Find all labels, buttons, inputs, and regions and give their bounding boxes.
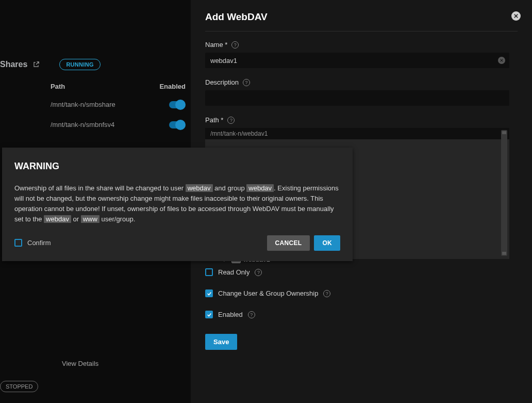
- save-button[interactable]: Save: [205, 334, 237, 350]
- enabled-checkbox[interactable]: [205, 311, 213, 318]
- cancel-button[interactable]: CANCEL: [267, 235, 310, 251]
- clear-icon[interactable]: [498, 57, 505, 64]
- enabled-row[interactable]: Enabled ?: [205, 311, 518, 318]
- shares-label: Shares: [0, 60, 27, 69]
- modal-text: or: [71, 215, 81, 223]
- warning-modal: WARNING Ownership of all files in the sh…: [2, 148, 353, 261]
- enabled-toggle[interactable]: [169, 101, 185, 108]
- modal-text: and group: [213, 184, 247, 192]
- help-icon[interactable]: ?: [243, 79, 250, 86]
- status-stopped-badge: STOPPED: [0, 381, 38, 392]
- shares-header: Shares RUNNING: [0, 59, 101, 70]
- readonly-label: Read Only: [218, 268, 250, 276]
- chown-row[interactable]: Change User & Group Ownership ?: [205, 289, 518, 297]
- row-path: /mnt/tank-n/smbshare: [51, 101, 159, 108]
- code-token: webdav: [186, 184, 213, 192]
- enabled-label: Enabled: [218, 311, 243, 318]
- col-path-header: Path: [51, 83, 149, 90]
- external-link-icon: [32, 61, 40, 68]
- panel-title: Add WebDAV: [205, 11, 518, 23]
- name-input[interactable]: [205, 53, 509, 68]
- readonly-checkbox[interactable]: [205, 268, 213, 276]
- modal-body: Ownership of all files in the share will…: [14, 183, 340, 225]
- modal-text: user/group.: [99, 215, 135, 223]
- help-icon[interactable]: ?: [248, 311, 255, 318]
- name-label: Name *: [205, 41, 227, 49]
- description-input[interactable]: [205, 90, 509, 106]
- shares-table: Path Enabled /mnt/tank-n/smbshare /mnt/t…: [0, 78, 186, 135]
- scrollbar[interactable]: [501, 130, 507, 256]
- chown-label: Change User & Group Ownership: [218, 289, 318, 297]
- help-icon[interactable]: ?: [323, 290, 330, 297]
- confirm-label: Confirm: [27, 239, 51, 247]
- modal-title: WARNING: [14, 161, 340, 172]
- help-icon[interactable]: ?: [255, 269, 262, 276]
- modal-text: Ownership of all files in the share will…: [14, 184, 186, 192]
- table-row[interactable]: /mnt/tank-n/smbnfsv4: [0, 115, 186, 135]
- confirm-checkbox[interactable]: [14, 239, 22, 247]
- col-enabled-header: Enabled: [159, 83, 186, 90]
- table-row[interactable]: /mnt/tank-n/smbshare: [0, 94, 186, 115]
- description-label: Description: [205, 78, 239, 86]
- view-details-link[interactable]: View Details: [62, 360, 98, 367]
- ok-button[interactable]: OK: [314, 235, 340, 251]
- code-token: www: [81, 215, 99, 223]
- code-token: webdav: [44, 215, 71, 223]
- code-token: webdav: [246, 184, 274, 192]
- chown-checkbox[interactable]: [205, 289, 213, 297]
- help-icon[interactable]: ?: [231, 41, 239, 49]
- help-icon[interactable]: ?: [227, 117, 235, 124]
- path-label: Path *: [205, 116, 223, 124]
- form-row-description: Description ?: [205, 78, 518, 106]
- status-running-badge: RUNNING: [59, 59, 100, 70]
- enabled-toggle[interactable]: [169, 121, 185, 128]
- row-path: /mnt/tank-n/smbnfsv4: [51, 121, 159, 128]
- form-row-name: Name * ?: [205, 41, 518, 68]
- readonly-row[interactable]: Read Only ?: [205, 268, 518, 276]
- close-icon[interactable]: [511, 11, 521, 21]
- path-input[interactable]: /mnt/tank-n/webdav1: [205, 128, 509, 139]
